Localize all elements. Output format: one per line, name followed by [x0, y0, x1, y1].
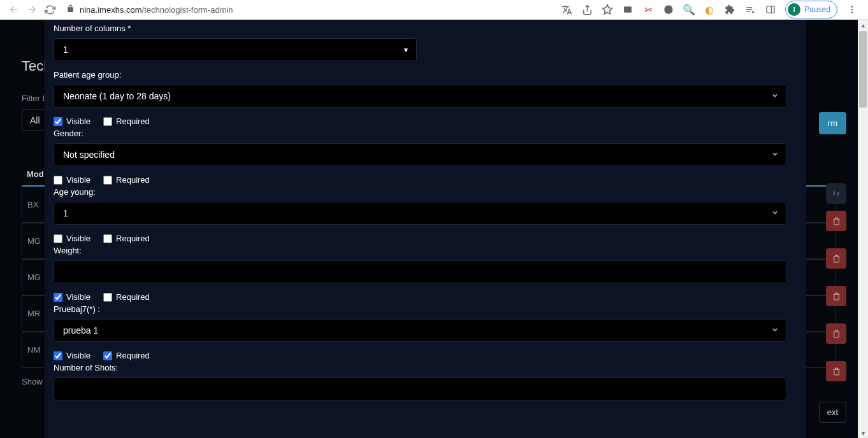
scroll-down-arrow[interactable]: ▾: [858, 428, 868, 438]
panel-icon[interactable]: [765, 4, 776, 15]
share-icon[interactable]: [581, 4, 593, 15]
delete-button[interactable]: [826, 361, 846, 381]
ext-icon-4[interactable]: 🔍: [683, 4, 695, 15]
primary-action-button[interactable]: rm: [819, 112, 846, 134]
back-button[interactable]: [5, 1, 23, 18]
ext-icon-5[interactable]: ◐: [704, 4, 715, 15]
shots-input[interactable]: [54, 378, 786, 400]
required-label: Required: [116, 292, 150, 302]
shots-label: Number of Shots:: [54, 363, 793, 372]
browser-toolbar: nina.imexhs.com/technologist-form-admin …: [0, 0, 868, 20]
scroll-up-arrow[interactable]: ▴: [858, 20, 868, 30]
menu-icon[interactable]: [846, 4, 858, 15]
age-young-required-checkbox[interactable]: [103, 234, 112, 243]
age-group-required-checkbox[interactable]: [103, 117, 112, 126]
delete-button[interactable]: [826, 248, 846, 269]
url-path: /technologist-form-admin: [142, 5, 233, 15]
svg-rect-1: [624, 6, 632, 12]
avatar: I: [788, 3, 800, 16]
visible-label: Visible: [66, 117, 90, 126]
gender-visible-checkbox[interactable]: [54, 176, 62, 185]
ext-icon-3[interactable]: [663, 4, 674, 15]
age-young-select[interactable]: 1: [54, 202, 786, 225]
weight-visible-checkbox[interactable]: [54, 293, 62, 302]
visible-label: Visible: [66, 234, 90, 243]
delete-button[interactable]: [826, 211, 846, 231]
star-icon[interactable]: [602, 4, 613, 15]
visible-label: Visible: [66, 175, 90, 185]
required-label: Required: [116, 117, 150, 126]
form-dialog: Number of columns * 1 ▼ Patient age grou…: [45, 20, 806, 438]
scrollbar-track[interactable]: ▴ ▾: [858, 20, 868, 438]
age-group-visible-checkbox[interactable]: [54, 117, 62, 126]
age-young-label: Age young:: [54, 187, 793, 197]
ext-icon-2[interactable]: ✂: [642, 4, 654, 15]
svg-point-7: [851, 11, 853, 13]
weight-input[interactable]: [54, 260, 786, 283]
gender-required-checkbox[interactable]: [103, 176, 112, 185]
pruebaj7-select[interactable]: prueba 1: [54, 319, 786, 342]
visible-label: Visible: [66, 292, 90, 302]
required-label: Required: [116, 175, 150, 185]
lock-icon: [66, 4, 75, 15]
playlist-icon[interactable]: [744, 4, 756, 15]
svg-point-2: [665, 5, 673, 13]
age-young-visible-checkbox[interactable]: [54, 234, 62, 243]
ext-icon-1[interactable]: [622, 4, 633, 15]
age-group-label: Patient age group:: [54, 70, 793, 80]
delete-button[interactable]: [826, 286, 846, 306]
age-group-select[interactable]: Neonate (1 day to 28 days): [54, 85, 786, 108]
delete-button[interactable]: [826, 323, 846, 344]
next-button[interactable]: ext: [819, 402, 846, 423]
profile-paused-button[interactable]: I Paused: [785, 1, 837, 18]
weight-required-checkbox[interactable]: [103, 293, 112, 302]
extensions-icon[interactable]: [724, 4, 735, 15]
chrome-extensions-area: ✂ 🔍 ◐ I Paused: [561, 1, 863, 18]
sort-button[interactable]: [826, 183, 846, 204]
svg-point-6: [851, 9, 853, 11]
url-host: nina.imexhs.com: [80, 5, 142, 15]
paused-label: Paused: [804, 5, 830, 14]
pruebaj7-label: Pruebaj7(*) :: [54, 304, 793, 314]
svg-point-5: [851, 6, 853, 8]
forward-button[interactable]: [23, 1, 41, 18]
gender-select[interactable]: Not specified: [54, 143, 786, 166]
pruebaj7-visible-checkbox[interactable]: [54, 351, 62, 360]
scrollbar-thumb[interactable]: [859, 31, 867, 108]
visible-label: Visible: [66, 351, 90, 360]
pruebaj7-required-checkbox[interactable]: [103, 351, 112, 360]
columns-label: Number of columns *: [54, 24, 793, 33]
svg-rect-3: [767, 6, 774, 13]
weight-label: Weight:: [54, 246, 793, 255]
svg-marker-0: [603, 5, 612, 14]
translate-icon[interactable]: [561, 4, 572, 15]
columns-select[interactable]: 1: [54, 38, 417, 61]
address-bar[interactable]: nina.imexhs.com/technologist-form-admin: [59, 4, 561, 15]
reload-button[interactable]: [41, 1, 59, 18]
required-label: Required: [116, 234, 150, 243]
gender-label: Gender:: [54, 129, 793, 138]
required-label: Required: [116, 351, 150, 360]
